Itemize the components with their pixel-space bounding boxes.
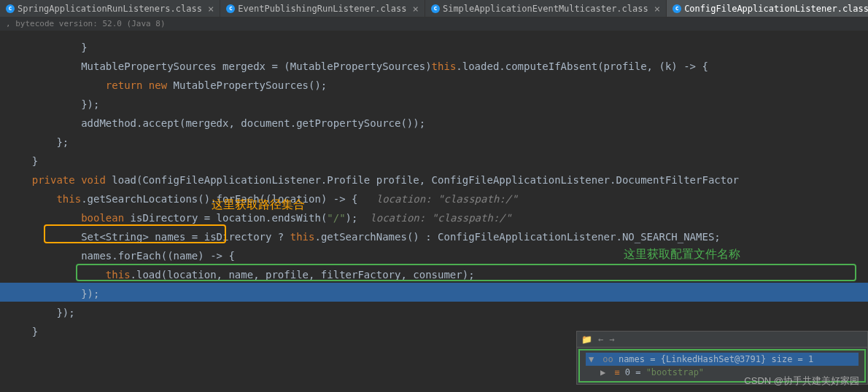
- info-bar: , bytecode version: 52.0 (Java 8): [0, 17, 868, 31]
- arrow-right-icon[interactable]: →: [609, 334, 614, 345]
- code-line: }: [7, 152, 868, 170]
- item-value: "bootstrap": [646, 367, 704, 377]
- code-line: });: [7, 303, 868, 322]
- debug-toolbar: 📁 ← →: [577, 332, 867, 348]
- code-line: });: [7, 284, 868, 303]
- debug-variable-row[interactable]: ▼ oo names = {LinkedHashSet@3791} size =…: [586, 353, 859, 366]
- code-editor[interactable]: } MutablePropertySources mergedx = (Muta…: [0, 31, 868, 341]
- var-value: {LinkedHashSet@3791} size = 1: [661, 354, 814, 364]
- annotation-yellow-text: 这里获取路径集合: [212, 195, 305, 214]
- tab-bar: c SpringApplicationRunListeners.class × …: [0, 0, 868, 17]
- tab-label: ConfigFileApplicationListener.class: [684, 4, 868, 14]
- close-icon[interactable]: ×: [413, 3, 419, 15]
- class-icon: c: [226, 4, 235, 13]
- expand-arrow-icon[interactable]: ▶: [600, 367, 609, 377]
- object-icon: oo: [602, 354, 613, 364]
- tab-label: EventPublishingRunListener.class: [238, 4, 406, 14]
- code-line: addMethod.accept(mergedx, document.getPr…: [7, 114, 868, 133]
- class-icon: c: [673, 4, 681, 13]
- close-icon[interactable]: ×: [208, 3, 214, 15]
- code-line: });: [7, 95, 868, 114]
- code-line: private void load(ConfigFileApplicationL…: [7, 170, 868, 189]
- class-icon: c: [6, 4, 15, 13]
- tab-item[interactable]: c SpringApplicationRunListeners.class ×: [0, 0, 220, 17]
- close-icon[interactable]: ×: [654, 3, 660, 15]
- arrow-left-icon[interactable]: ←: [598, 334, 603, 345]
- folder-icon[interactable]: 📁: [581, 334, 592, 345]
- element-icon: ≡: [614, 367, 619, 377]
- bytecode-info: , bytecode version: 52.0 (Java 8): [6, 19, 166, 28]
- tab-item[interactable]: c EventPublishingRunListener.class ×: [220, 0, 425, 17]
- code-line: }: [7, 38, 868, 57]
- code-line: };: [7, 133, 868, 152]
- expand-arrow-icon[interactable]: ▼: [589, 354, 597, 364]
- code-line: return new MutablePropertySources();: [7, 76, 868, 95]
- code-line: MutablePropertySources mergedx = (Mutabl…: [7, 57, 868, 76]
- item-index: 0: [625, 367, 630, 377]
- highlight-box-yellow: [44, 224, 226, 243]
- tab-label: SpringApplicationRunListeners.class: [18, 4, 202, 14]
- watermark: CSDN @协手共建美好家园: [744, 375, 859, 388]
- tab-label: SimpleApplicationEventMulticaster.class: [443, 4, 648, 14]
- annotation-green-text: 这里获取配置文件名称: [624, 245, 740, 264]
- tab-item-active[interactable]: c ConfigFileApplicationListener.class ×: [667, 0, 868, 17]
- tab-item[interactable]: c SimpleApplicationEventMulticaster.clas…: [425, 0, 667, 17]
- highlight-box-green: [76, 264, 856, 281]
- class-icon: c: [431, 4, 440, 13]
- var-name: names: [619, 354, 645, 364]
- code-line: this.getSearchLocations().forEach((locat…: [7, 189, 868, 208]
